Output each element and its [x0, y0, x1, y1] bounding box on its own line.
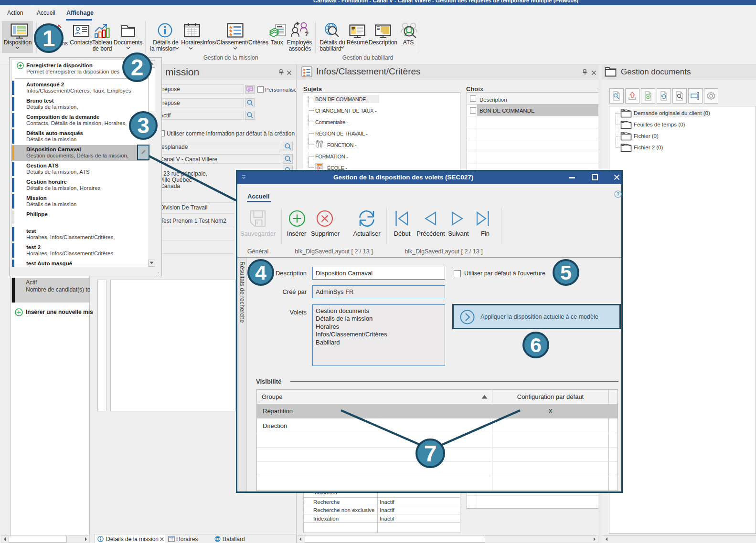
svg-text:?: ?	[305, 30, 309, 38]
svg-text:?: ?	[617, 192, 619, 197]
